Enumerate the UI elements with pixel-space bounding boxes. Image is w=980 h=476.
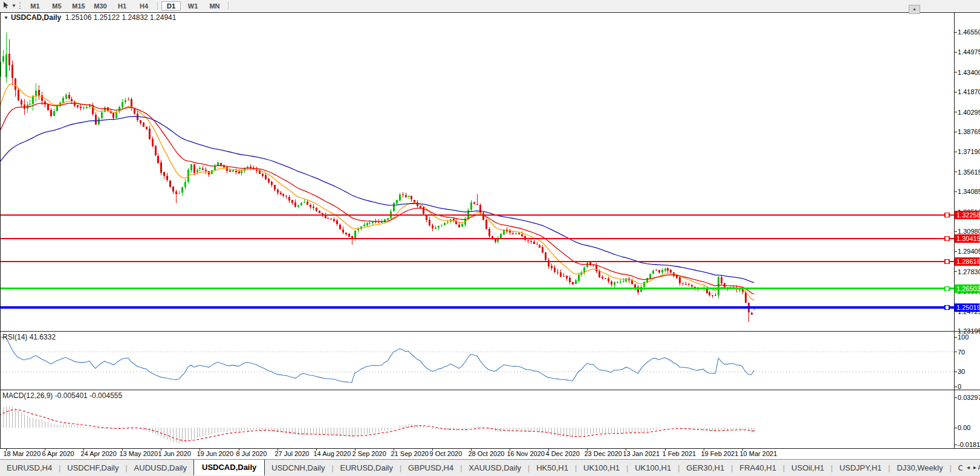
- price-tag-1.25019: 1.25019: [956, 304, 980, 311]
- toolbar-grip-handle[interactable]: [19, 2, 21, 9]
- price-tick-label: 1.46550: [958, 28, 980, 36]
- date-tick-label: 1 Feb 2021: [663, 450, 696, 457]
- toolbar-separator: [157, 2, 158, 10]
- macd-signal-line: [0, 410, 754, 441]
- chart-tab-dj30-weekly[interactable]: DJ30,Weekly: [890, 460, 949, 476]
- date-axis[interactable]: 18 Mar 20206 Apr 202024 Apr 202013 May 2…: [4, 449, 777, 458]
- chart-tab-ger30-h1[interactable]: GER30,H1: [680, 460, 731, 476]
- timeframe-button-mn[interactable]: MN: [205, 1, 224, 11]
- rsi-tick-label: 30: [958, 368, 965, 375]
- timeframe-toolbar: ▼ M1M5M15M30H1H4D1W1MN: [0, 0, 980, 11]
- rsi-tick-label: 70: [958, 349, 965, 356]
- timeframe-button-m1[interactable]: M1: [25, 1, 45, 11]
- price-tag-1.30415: 1.30415: [956, 235, 980, 242]
- timeframe-button-h1[interactable]: H1: [112, 1, 132, 11]
- rsi-line: [0, 337, 754, 382]
- rsi-tick-label: 0: [958, 383, 961, 390]
- symbol-period-label: USDCAD,Daily: [11, 13, 61, 22]
- rsi-name: RSI(14): [2, 333, 27, 341]
- date-tick-label: 2 Sep 2020: [352, 450, 386, 457]
- timeframe-button-h4[interactable]: H4: [134, 1, 154, 11]
- price-tick-label: 1.27830: [958, 268, 980, 275]
- date-tick-label: 27 Jul 2020: [275, 450, 310, 457]
- cursor-arrow-icon: [3, 2, 10, 9]
- date-tick-label: 6 Apr 2020: [42, 450, 74, 457]
- tab-scroll-arrows: ◂▸: [962, 461, 978, 472]
- date-tick-label: 23 Dec 2020: [585, 450, 622, 457]
- collapse-triangle-icon[interactable]: ▼: [4, 15, 8, 21]
- chart-cursor-icon[interactable]: [1, 1, 11, 10]
- rsi-axis[interactable]: 10070300: [955, 333, 969, 390]
- up-triangle-icon: ▲: [912, 7, 917, 11]
- chart-corner-button[interactable]: ▲: [909, 5, 920, 14]
- chart-tab-gbpusd-h4[interactable]: GBPUSD,H4: [401, 460, 460, 476]
- date-tick-label: 16 Nov 2020: [507, 450, 545, 457]
- date-tick-label: 8 Jul 2020: [236, 450, 267, 457]
- timeframe-button-m15[interactable]: M15: [69, 1, 88, 11]
- hline-handle-1.25019[interactable]: [945, 306, 949, 310]
- macd-tick-label: 0.032972: [958, 394, 980, 401]
- date-tick-label: 19 Jun 2020: [197, 450, 234, 457]
- date-tick-label: 13 Jan 2021: [623, 450, 660, 457]
- chart-window[interactable]: 1.465501.449751.434001.418701.402951.387…: [0, 11, 980, 459]
- hline-handle-1.28616[interactable]: [945, 260, 949, 264]
- price-tag-1.28616: 1.28616: [956, 258, 980, 265]
- macd-tick-label: -0.018154: [958, 441, 980, 448]
- price-tick-label: 1.30980: [958, 228, 980, 235]
- chart-tabs: EURUSD,H4|USDCHF,Daily|AUDUSD,DailyUSDCA…: [0, 460, 980, 476]
- chevron-down-icon[interactable]: ▼: [11, 3, 17, 8]
- rsi-current-value: 41.6332: [30, 333, 56, 341]
- macd-axis[interactable]: 0.0329720.00-0.018154: [955, 394, 980, 448]
- macd-tick-label: 0.00: [958, 424, 970, 431]
- toolbar-separator: [228, 2, 229, 10]
- chart-tab-usdcad-daily[interactable]: USDCAD,Daily: [193, 459, 265, 475]
- chart-tab-usdchf-daily[interactable]: USDCHF,Daily: [60, 460, 125, 476]
- chart-tab-uk100-h1[interactable]: UK100,H1: [628, 460, 678, 476]
- chart-canvas[interactable]: 1.465501.449751.434001.418701.402951.387…: [0, 11, 980, 459]
- date-tick-label: 10 Mar 2021: [740, 450, 777, 457]
- date-tick-label: 9 Oct 2020: [430, 450, 462, 457]
- macd-indicator-label: MACD(12,26,9) -0.005401 -0.004555: [2, 391, 122, 400]
- hline-handle-1.32258[interactable]: [945, 213, 949, 217]
- date-tick-label: 18 Mar 2020: [4, 450, 41, 457]
- chart-tab-hk50-h1[interactable]: HK50,H1: [530, 460, 575, 476]
- rsi-tick-label: 100: [958, 333, 969, 341]
- tab-scroll-right-icon[interactable]: ▸: [973, 464, 976, 471]
- price-tick-label: 1.37190: [958, 148, 980, 155]
- chart-tab-usdjpy-h1[interactable]: USDJPY,H1: [832, 460, 888, 476]
- candlestick-series: [0, 33, 755, 322]
- timeframe-button-m5[interactable]: M5: [47, 1, 67, 11]
- price-tag-1.32258: 1.32258: [956, 211, 980, 219]
- timeframe-button-m30[interactable]: M30: [91, 1, 110, 11]
- chart-tab-eurusd-h4[interactable]: EURUSD,H4: [0, 460, 59, 476]
- date-tick-label: 19 Feb 2021: [701, 450, 739, 457]
- price-tick-label: 1.44975: [958, 48, 980, 56]
- ma-21-line: [0, 103, 754, 294]
- price-tick-label: 1.40295: [958, 109, 980, 116]
- chart-header: ▼USDCAD,Daily 1.25106 1.25122 1.24832 1.…: [4, 13, 176, 22]
- chart-tabs-bar: EURUSD,H4|USDCHF,Daily|AUDUSD,DailyUSDCA…: [0, 459, 980, 476]
- price-tick-label: 1.43400: [958, 69, 980, 76]
- tab-scroll-left-icon[interactable]: ◂: [967, 464, 970, 471]
- chart-tab-audusd-daily[interactable]: AUDUSD,Daily: [128, 460, 193, 476]
- macd-histogram: [0, 406, 754, 443]
- price-tick-label: 1.41870: [958, 88, 980, 95]
- chart-tab-fra40-h1[interactable]: FRA40,H1: [733, 460, 783, 476]
- price-tick-label: 1.35615: [958, 169, 980, 176]
- rsi-level-lines: [0, 352, 955, 372]
- chart-tab-xauusd-daily[interactable]: XAUUSD,Daily: [462, 460, 528, 476]
- date-tick-label: 28 Oct 2020: [469, 450, 505, 457]
- ma-55-line: [0, 117, 754, 283]
- hline-handle-1.30415[interactable]: [945, 236, 949, 240]
- timeframe-button-d1[interactable]: D1: [161, 1, 181, 11]
- chart-tab-eurusd-daily[interactable]: EURUSD,Daily: [334, 460, 400, 476]
- chart-tab-usoil-h1[interactable]: USOil,H1: [785, 460, 831, 476]
- date-tick-label: 1 Jun 2020: [158, 450, 191, 457]
- hline-handle-1.26503[interactable]: [945, 286, 949, 291]
- chart-tab-usdcnh-daily[interactable]: USDCNH,Daily: [265, 460, 331, 476]
- timeframe-button-w1[interactable]: W1: [183, 1, 203, 11]
- date-tick-label: 24 Apr 2020: [81, 450, 117, 457]
- chart-tab-uk100-h1[interactable]: UK100,H1: [577, 460, 626, 476]
- timeframe-buttons-group: M1M5M15M30H1H4D1W1MN: [24, 0, 231, 11]
- rsi-indicator-label: RSI(14) 41.6332: [2, 333, 56, 341]
